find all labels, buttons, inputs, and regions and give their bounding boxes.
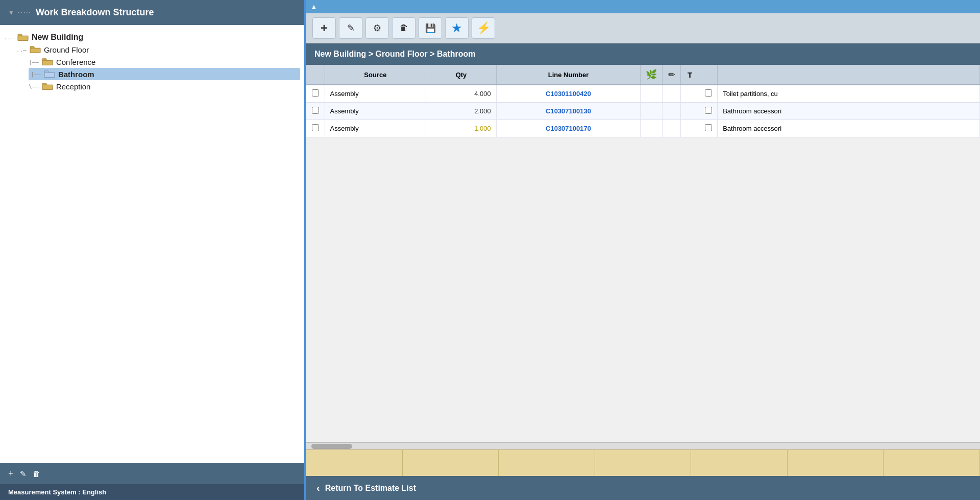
footer-cell-4: [595, 450, 692, 476]
table-container: Source Qty Line Number 🌿 ✏ T: [306, 65, 980, 442]
folder-icon: [30, 45, 41, 54]
row-end-checkbox[interactable]: [705, 89, 712, 97]
row-hammer: [681, 103, 699, 120]
row-pencil: [663, 120, 681, 137]
hammer-icon: T: [688, 70, 692, 79]
tree-node-conference[interactable]: |—— Conference: [29, 56, 300, 68]
tree-node-reception[interactable]: \—— Reception: [29, 80, 300, 92]
delete-node-button[interactable]: 🗑: [33, 469, 40, 478]
node-label-reception: Reception: [56, 82, 91, 91]
horizontal-scrollbar[interactable]: [306, 442, 980, 449]
table-header-row: Source Qty Line Number 🌿 ✏ T: [306, 65, 980, 85]
trash-icon: 🗑: [400, 23, 408, 33]
row-checkbox-cell[interactable]: [306, 85, 325, 103]
row-hammer: [681, 120, 699, 137]
row-source: Assembly: [325, 103, 426, 120]
connector: |——: [29, 59, 39, 65]
chevron-left-icon: ‹: [316, 482, 320, 494]
breadcrumb: New Building > Ground Floor > Bathroom: [306, 43, 980, 65]
folder-icon: [42, 82, 53, 91]
drag-handle[interactable]: ▼ ·····: [8, 9, 32, 16]
edit-button[interactable]: ✎: [339, 17, 362, 39]
measurement-prefix: Measurement System :: [8, 488, 82, 496]
row-end-checkbox-cell[interactable]: [699, 120, 718, 137]
save-button[interactable]: 💾: [419, 17, 442, 39]
col-checkbox: [306, 65, 325, 85]
assembly-table: Source Qty Line Number 🌿 ✏ T: [306, 65, 980, 137]
save-icon: 💾: [425, 23, 436, 34]
add-button[interactable]: +: [312, 17, 336, 39]
quick-action-button[interactable]: ⚡: [472, 17, 495, 39]
toolbar: + ✎ ⚙ 🗑 💾 ★ ⚡: [306, 13, 980, 43]
add-icon: +: [321, 21, 328, 35]
connector: ..—: [4, 34, 14, 41]
col-leaf: 🌿: [641, 65, 663, 85]
row-leaf: [641, 120, 663, 137]
row-line-number[interactable]: C10301100420: [496, 85, 640, 103]
tree-node-ground-floor[interactable]: ..— Ground Floor: [16, 43, 300, 56]
return-to-estimate-bar[interactable]: ‹ Return To Estimate List: [306, 476, 980, 500]
row-end-checkbox-cell[interactable]: [699, 85, 718, 103]
row-end-checkbox[interactable]: [705, 107, 712, 114]
row-end-checkbox[interactable]: [705, 124, 712, 131]
footer-cell-3: [499, 450, 595, 476]
folder-icon: [42, 57, 53, 66]
node-label-bathroom: Bathroom: [58, 70, 94, 79]
row-leaf: [641, 85, 663, 103]
row-line-number[interactable]: C10307100170: [496, 120, 640, 137]
return-label: Return To Estimate List: [325, 484, 416, 493]
right-top-bar: ▲: [306, 0, 980, 13]
collapse-icon[interactable]: ▲: [310, 3, 317, 11]
row-hammer: [681, 85, 699, 103]
row-pencil: [663, 85, 681, 103]
delete-icon: 🗑: [33, 469, 40, 478]
tree-node-new-building[interactable]: ..— New Building: [4, 31, 300, 43]
row-qty: 1.000: [426, 120, 497, 137]
tree-node-bathroom[interactable]: |—— Bathroom: [29, 68, 300, 80]
pencil-icon: ✏: [668, 70, 675, 79]
footer-cell-1: [306, 450, 403, 476]
edit-node-button[interactable]: ✎: [20, 469, 27, 479]
row-checkbox[interactable]: [312, 124, 319, 131]
table-row: Assembly 2.000 C10307100130 Bathroom acc…: [306, 103, 980, 120]
left-panel: ▼ ····· Work Breakdown Structure ..— New…: [0, 0, 306, 500]
scroll-thumb[interactable]: [311, 444, 352, 449]
star-icon: ★: [451, 21, 462, 35]
settings-button[interactable]: ⚙: [365, 17, 389, 39]
add-node-button[interactable]: +: [8, 468, 14, 479]
row-checkbox-cell[interactable]: [306, 103, 325, 120]
col-linenumber[interactable]: Line Number: [496, 65, 640, 85]
folder-icon: [17, 33, 29, 42]
connector: \——: [29, 83, 39, 90]
row-end-checkbox-cell[interactable]: [699, 103, 718, 120]
footer-summary: [306, 449, 980, 476]
connector: ..—: [16, 46, 27, 53]
col-pencil: ✏: [663, 65, 681, 85]
row-leaf: [641, 103, 663, 120]
tree-area: ..— New Building ..— Ground Floor |—— Co…: [0, 25, 304, 463]
footer-cell-7: [884, 450, 980, 476]
measurement-value: English: [82, 488, 106, 496]
folder-icon-selected: [44, 69, 55, 79]
gear-icon: ⚙: [373, 22, 381, 34]
node-label-ground-floor: Ground Floor: [44, 45, 89, 54]
favorite-button[interactable]: ★: [445, 17, 469, 39]
col-source[interactable]: Source: [325, 65, 426, 85]
footer-cell-6: [788, 450, 884, 476]
row-checkbox[interactable]: [312, 107, 319, 114]
left-header: ▼ ····· Work Breakdown Structure: [0, 0, 304, 25]
col-qty[interactable]: Qty: [426, 65, 497, 85]
row-description: Bathroom accessori: [718, 103, 980, 120]
add-icon: +: [8, 468, 14, 479]
row-checkbox-cell[interactable]: [306, 120, 325, 137]
edit-icon: ✎: [347, 22, 355, 34]
delete-button[interactable]: 🗑: [392, 17, 415, 39]
row-qty: 4.000: [426, 85, 497, 103]
row-description: Toilet partitions, cu: [718, 85, 980, 103]
connector: |——: [31, 71, 41, 78]
row-line-number[interactable]: C10307100130: [496, 103, 640, 120]
row-checkbox[interactable]: [312, 89, 319, 97]
row-source: Assembly: [325, 85, 426, 103]
edit-icon: ✎: [20, 469, 27, 479]
right-panel: ▲ + ✎ ⚙ 🗑 💾 ★ ⚡ New Building > Ground Fl…: [306, 0, 980, 500]
